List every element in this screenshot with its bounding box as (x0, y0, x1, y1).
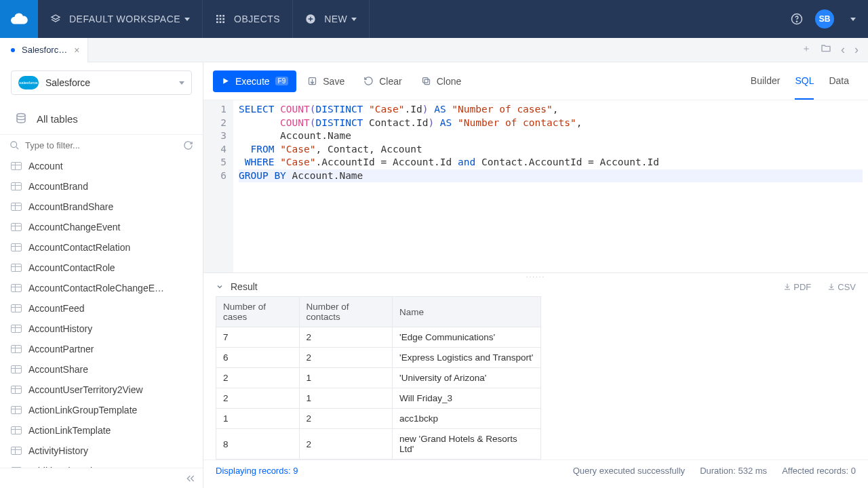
table-name: AccountBrand (28, 181, 88, 192)
tab-sql[interactable]: SQL (795, 75, 814, 100)
table-item[interactable]: AccountPartner (0, 339, 203, 359)
table-item[interactable]: AccountContactRelation (0, 237, 203, 258)
table-row[interactable]: 72'Edge Communications' (216, 327, 541, 348)
workspace-icon (50, 14, 61, 24)
chevron-down-icon[interactable] (850, 18, 856, 21)
table-item[interactable]: AdditionalNumber (0, 461, 203, 468)
collapse-sidebar-icon[interactable] (185, 473, 196, 484)
clear-button[interactable]: Clear (355, 70, 410, 92)
code-area[interactable]: SELECT COUNT(DISTINCT "Case".Id) AS "Num… (233, 100, 868, 272)
table-item[interactable]: AccountContactRoleChangeE… (0, 278, 203, 298)
table-icon (11, 182, 22, 190)
table-item[interactable]: AccountBrandShare (0, 197, 203, 217)
table-name: AccountUserTerritory2View (28, 384, 143, 395)
table-icon (11, 386, 22, 394)
connection-select[interactable]: salesforce Salesforce (11, 70, 192, 95)
save-button[interactable]: Save (299, 70, 353, 92)
column-header[interactable]: Number of cases (216, 297, 300, 327)
cell: new 'Grand Hotels & Resorts Ltd' (393, 429, 541, 460)
table-icon (11, 162, 22, 170)
table-row[interactable]: 21Will Friday_3 (216, 388, 541, 409)
table-item[interactable]: AccountFeed (0, 298, 203, 319)
sql-editor[interactable]: 123456 SELECT COUNT(DISTINCT "Case".Id) … (203, 100, 868, 272)
objects-label: OBJECTS (234, 14, 280, 24)
clone-button[interactable]: Clone (413, 70, 470, 92)
table-row[interactable]: 62'Express Logistics and Transport' (216, 348, 541, 368)
workspace-menu[interactable]: DEFAULT WORKSPACE (38, 0, 203, 38)
top-navbar: DEFAULT WORKSPACE OBJECTS NEW SB (0, 0, 868, 38)
table-item[interactable]: Account (0, 156, 203, 176)
folder-icon[interactable] (821, 43, 831, 54)
refresh-icon[interactable] (183, 140, 193, 150)
svg-rect-15 (425, 79, 430, 85)
save-label: Save (323, 76, 344, 87)
tab-data[interactable]: Data (829, 75, 849, 100)
nav-forward-button[interactable]: › (854, 43, 859, 57)
all-tables-header[interactable]: All tables (0, 103, 203, 135)
table-item[interactable]: ActionLinkTemplate (0, 420, 203, 441)
chevron-down-icon[interactable] (216, 283, 224, 291)
table-row[interactable]: 12acc1bckp (216, 409, 541, 429)
table-item[interactable]: AccountUserTerritory2View (0, 380, 203, 400)
table-item[interactable]: AccountBrand (0, 176, 203, 197)
svg-rect-6 (216, 21, 218, 23)
column-header[interactable]: Number of contacts (299, 297, 392, 327)
table-item[interactable]: ActivityHistory (0, 441, 203, 461)
column-header[interactable]: Name (393, 297, 541, 327)
table-item[interactable]: AccountContactRole (0, 258, 203, 278)
svg-rect-0 (216, 15, 218, 17)
salesforce-icon: salesforce (18, 76, 39, 89)
objects-menu[interactable]: OBJECTS (203, 0, 293, 38)
table-name: ActivityHistory (28, 445, 88, 456)
svg-rect-2 (222, 15, 224, 17)
affected-records: Affected records: 0 (782, 466, 856, 476)
table-item[interactable]: AccountHistory (0, 319, 203, 339)
table-icon (11, 223, 22, 231)
table-name: AccountContactRoleChangeE… (28, 283, 164, 293)
table-name: AccountContactRelation (28, 242, 130, 253)
tab-builder[interactable]: Builder (751, 75, 781, 100)
cloud-icon (10, 10, 28, 28)
execute-button[interactable]: Execute F9 (213, 70, 296, 92)
close-icon[interactable]: × (74, 45, 79, 56)
app-logo[interactable] (0, 0, 38, 38)
result-table: Number of casesNumber of contactsName72'… (216, 296, 541, 460)
cell: 1 (299, 388, 392, 409)
nav-back-button[interactable]: ‹ (841, 43, 845, 57)
new-tab-button[interactable]: ＋ (802, 43, 811, 57)
table-item[interactable]: AccountChangeEvent (0, 217, 203, 237)
content-area: Execute F9 Save Clear Clone Builder SQL … (203, 62, 868, 488)
table-row[interactable]: 21'University of Arizona' (216, 368, 541, 388)
sidebar: salesforce Salesforce All tables Account… (0, 62, 203, 488)
editor-tab[interactable]: Salesforc… × (0, 38, 88, 62)
new-menu[interactable]: NEW (293, 0, 370, 38)
table-filter (0, 135, 203, 156)
save-icon (307, 76, 317, 86)
export-csv-button[interactable]: CSV (827, 282, 856, 292)
cell: 8 (216, 429, 300, 460)
table-name: AccountShare (28, 364, 88, 375)
tab-dirty-dot (11, 48, 15, 52)
filter-input[interactable] (25, 140, 178, 150)
export-pdf-button[interactable]: PDF (783, 282, 811, 292)
search-icon (9, 140, 20, 150)
help-icon[interactable] (791, 13, 803, 25)
table-icon (11, 467, 22, 468)
execute-shortcut: F9 (275, 77, 289, 85)
play-icon (221, 77, 230, 85)
table-name: AccountPartner (28, 344, 94, 354)
table-item[interactable]: AccountShare (0, 359, 203, 380)
chevron-down-icon (179, 81, 184, 85)
download-icon (827, 283, 835, 291)
user-avatar[interactable]: SB (815, 9, 834, 28)
svg-rect-7 (220, 21, 222, 23)
cell: Will Friday_3 (393, 388, 541, 409)
table-item[interactable]: ActionLinkGroupTemplate (0, 400, 203, 420)
table-icon (11, 426, 22, 434)
table-row[interactable]: 82new 'Grand Hotels & Resorts Ltd' (216, 429, 541, 460)
table-name: ActionLinkTemplate (28, 425, 111, 436)
database-icon (15, 113, 27, 125)
query-toolbar: Execute F9 Save Clear Clone Builder SQL … (203, 62, 868, 100)
svg-rect-4 (220, 18, 222, 20)
cell: 2 (299, 327, 392, 348)
